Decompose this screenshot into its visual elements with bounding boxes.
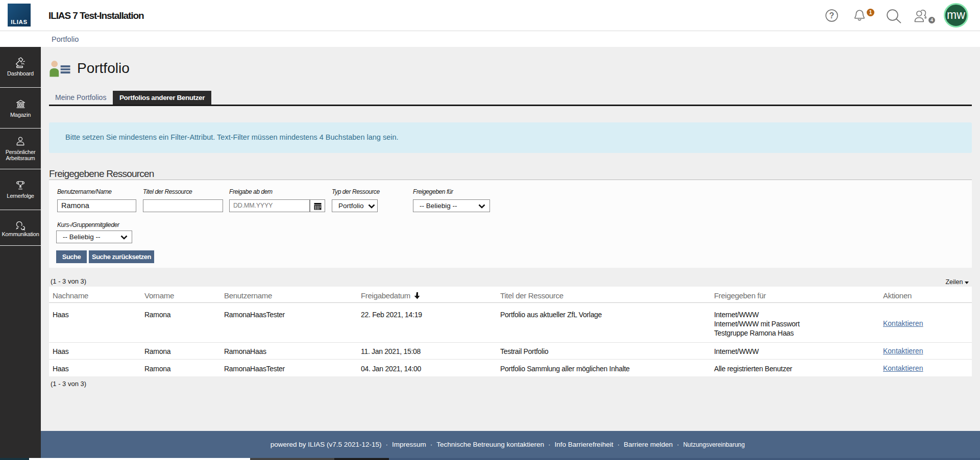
svg-text:?: ? (829, 11, 835, 20)
